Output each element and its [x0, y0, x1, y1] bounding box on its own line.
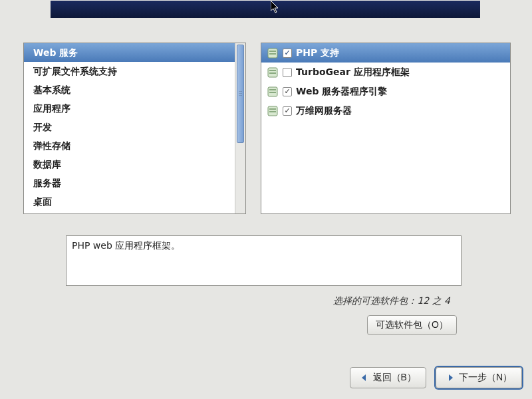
package-item[interactable]: TurboGear 应用程序框架	[261, 63, 510, 82]
scrollbar-thumb[interactable]	[237, 45, 244, 143]
package-icon	[267, 86, 279, 98]
category-item[interactable]: 服务器	[24, 174, 235, 192]
package-label: Web 服务器程序引擎	[296, 86, 387, 98]
header-banner	[51, 1, 480, 18]
svg-rect-2	[269, 53, 276, 55]
category-item[interactable]: 桌面	[24, 192, 235, 211]
package-checkbox[interactable]	[283, 68, 292, 77]
svg-rect-11	[269, 111, 276, 112]
svg-rect-5	[269, 72, 276, 74]
package-panel: PHP 支持TurboGear 应用程序框架Web 服务器程序引擎万维网服务器	[261, 43, 511, 214]
category-list[interactable]: Web 服务可扩展文件系统支持基本系统应用程序开发弹性存储数据库服务器桌面	[24, 43, 235, 213]
svg-rect-1	[269, 51, 276, 52]
svg-rect-10	[269, 108, 276, 110]
next-button[interactable]: 下一步（N）	[436, 367, 522, 388]
category-item[interactable]: 可扩展文件系统支持	[24, 62, 235, 80]
package-checkbox[interactable]	[283, 87, 292, 96]
category-item[interactable]: 开发	[24, 118, 235, 136]
package-label: TurboGear 应用程序框架	[296, 66, 410, 78]
package-icon	[267, 105, 279, 117]
arrow-right-icon	[446, 373, 455, 382]
status-line: 选择的可选软件包：12 之 4	[66, 295, 450, 307]
category-item[interactable]: 数据库	[24, 155, 235, 174]
package-icon	[267, 47, 279, 59]
package-label: PHP 支持	[296, 47, 339, 59]
package-checkbox[interactable]	[283, 106, 292, 116]
svg-rect-7	[269, 89, 276, 90]
package-checkbox[interactable]	[283, 49, 292, 58]
optional-packages-button[interactable]: 可选软件包（O）	[367, 315, 457, 335]
svg-rect-8	[269, 92, 276, 93]
category-panel: Web 服务可扩展文件系统支持基本系统应用程序开发弹性存储数据库服务器桌面	[23, 43, 246, 214]
arrow-left-icon	[360, 373, 369, 382]
category-item[interactable]: 应用程序	[24, 99, 235, 118]
description-text: PHP web 应用程序框架。	[72, 240, 180, 251]
category-item[interactable]: 基本系统	[24, 80, 235, 99]
back-button[interactable]: 返回（B）	[350, 367, 426, 388]
package-icon	[267, 66, 279, 78]
package-label: 万维网服务器	[296, 105, 352, 117]
category-item[interactable]: 弹性存储	[24, 136, 235, 155]
package-item[interactable]: 万维网服务器	[261, 101, 510, 120]
package-item[interactable]: Web 服务器程序引擎	[261, 82, 510, 101]
description-box: PHP web 应用程序框架。	[66, 235, 462, 286]
package-item[interactable]: PHP 支持	[261, 43, 510, 63]
category-scrollbar[interactable]	[235, 43, 245, 213]
svg-rect-4	[269, 70, 276, 71]
category-item[interactable]: Web 服务	[24, 43, 235, 62]
